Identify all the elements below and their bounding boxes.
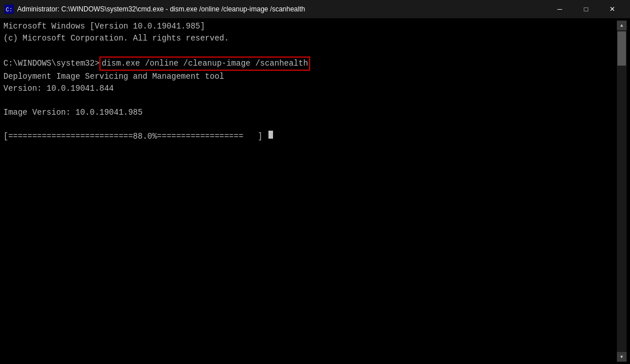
title-bar: C: Administrator: C:\WINDOWS\system32\cm… xyxy=(0,0,630,18)
line-1: Microsoft Windows [Version 10.0.19041.98… xyxy=(3,21,617,33)
cursor xyxy=(268,131,273,139)
progress-bar-text: [==========================88.0%========… xyxy=(3,131,267,143)
title-bar-text: Administrator: C:\WINDOWS\system32\cmd.e… xyxy=(17,5,542,13)
close-button[interactable]: ✕ xyxy=(599,0,625,18)
prompt-line: C:\WINDOWS\system32>dism.exe /online /cl… xyxy=(3,56,617,71)
title-bar-controls: ─ □ ✕ xyxy=(547,0,625,18)
line-tool: Deployment Image Servicing and Managemen… xyxy=(3,71,617,83)
line-empty2 xyxy=(3,119,617,131)
line-2: (c) Microsoft Corporation. All rights re… xyxy=(3,33,617,45)
cmd-icon: C: xyxy=(5,5,14,14)
scroll-up-button[interactable]: ▲ xyxy=(617,21,627,30)
scrollbar-thumb[interactable] xyxy=(617,31,626,66)
line-empty1 xyxy=(3,95,617,107)
cmd-window: C: Administrator: C:\WINDOWS\system32\cm… xyxy=(0,0,630,364)
progress-line: [==========================88.0%========… xyxy=(3,131,617,143)
line-3 xyxy=(3,45,617,56)
console-content[interactable]: Microsoft Windows [Version 10.0.19041.98… xyxy=(3,21,617,362)
svg-text:C:: C: xyxy=(6,7,13,13)
line-imgver: Image Version: 10.0.19041.985 xyxy=(3,107,617,119)
command-highlighted: dism.exe /online /cleanup-image /scanhea… xyxy=(99,56,310,71)
line-version: Version: 10.0.19041.844 xyxy=(3,83,617,95)
minimize-button[interactable]: ─ xyxy=(547,0,573,18)
scrollbar: ▲ ▼ xyxy=(617,21,627,362)
restore-button[interactable]: □ xyxy=(573,0,599,18)
scrollbar-track xyxy=(617,66,627,352)
scroll-down-button[interactable]: ▼ xyxy=(617,352,627,362)
prompt-text: C:\WINDOWS\system32> xyxy=(3,58,99,70)
console-area: Microsoft Windows [Version 10.0.19041.98… xyxy=(0,18,630,364)
